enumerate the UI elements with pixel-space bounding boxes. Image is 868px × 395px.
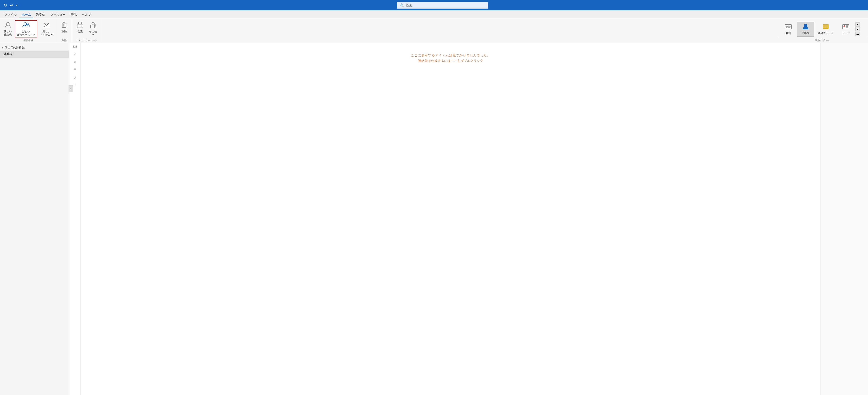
other-label: その他▾ [89,30,97,36]
ribbon-group-new: 新しい連絡先 新しい連絡先グループ [0,19,56,43]
main-area: ‹ ∨ 個人用の連絡先 連絡先 123 ア カ サ タ ナ ここに表示するアイテ… [0,43,868,395]
meishi-label: 名刺 [785,31,791,35]
menu-bar: ファイル ホーム 送受信 フォルダー 表示 ヘルプ [0,10,868,18]
menu-item-home[interactable]: ホーム [19,11,33,18]
new-contact-group-label: 新しい連絡先グループ [17,30,35,37]
new-contact-icon [4,22,11,30]
empty-message: ここに表示するアイテムは見つかりませんでした。 [411,52,491,59]
alpha-ka[interactable]: カ [70,60,80,64]
undo-icon[interactable]: ↩ [10,3,13,8]
svg-point-16 [80,26,81,27]
delete-button[interactable]: 削除 [58,20,70,34]
card-label: 連絡先カード [818,31,834,35]
svg-rect-27 [823,25,828,28]
search-input[interactable] [406,3,485,7]
view-card-button[interactable]: 連絡先カード [814,22,837,37]
search-box[interactable]: 🔍 [397,2,488,9]
meeting-button[interactable]: 会議 [74,20,86,34]
quick-access-icon[interactable]: ▾ [16,3,18,7]
svg-point-18 [92,22,94,25]
other-icon [90,22,97,30]
empty-sub-message[interactable]: 連絡先を作成するにはここをダブルクリック [418,59,483,63]
new-contact-button[interactable]: 新しい連絡先 [2,20,14,37]
new-item-button[interactable]: 新しいアイテム ▾ [38,20,55,37]
sidebar-collapse-icon: ∨ [2,46,4,49]
content-main[interactable]: ここに表示するアイテムは見つかりませんでした。 連絡先を作成するにはここをダブル… [81,43,820,395]
card2-label: カード [842,31,850,35]
svg-point-17 [81,26,82,27]
meeting-label: 会議 [78,30,83,33]
alpha-ta[interactable]: タ [70,75,80,80]
view-scroll-more[interactable]: ▬ [856,32,860,36]
menu-item-send[interactable]: 送受信 [33,11,48,18]
view-scroll-up[interactable]: ▲ [856,22,860,27]
ribbon-delete-buttons: 削除 [58,20,70,38]
other-button[interactable]: その他▾ [87,20,99,37]
new-item-label: 新しいアイテム ▾ [40,30,53,36]
ribbon-group-delete: 削除 削除 [56,19,72,43]
content-right-panel [820,43,868,395]
renrakusaki-label: 連絡先 [802,31,809,35]
menu-item-folder[interactable]: フォルダー [48,11,68,18]
ribbon-delete-group-label: 削除 [62,38,67,43]
ribbon-comm-group-label: コミュニケーション [76,38,97,43]
svg-rect-30 [843,25,849,29]
new-contact-group-button[interactable]: 新しい連絡先グループ [15,20,37,38]
alpha-a[interactable]: ア [70,52,80,56]
svg-point-31 [843,25,845,27]
meishi-icon [784,23,792,31]
ribbon-group-comm: 会議 その他▾ コミュニケーション [72,19,101,43]
sidebar-section-header[interactable]: ∨ 個人用の連絡先 [0,45,69,51]
ribbon: 新しい連絡先 新しい連絡先グループ [0,18,868,43]
renrakusaki-icon [802,23,809,31]
svg-rect-19 [90,25,94,28]
delete-icon [61,22,67,30]
ribbon-new-group-label: 新規作成 [24,38,33,43]
view-scroll-down[interactable]: ▼ [856,27,860,31]
card2-icon [842,23,849,31]
new-item-icon [43,22,50,30]
meeting-icon [76,22,84,30]
view-renrakusaki-button[interactable]: 連絡先 [797,22,814,37]
delete-label: 削除 [62,30,67,33]
new-contact-label: 新しい連絡先 [4,30,12,36]
view-meishi-button[interactable]: 名刺 [779,22,797,37]
ribbon-comm-buttons: 会議 その他▾ [74,20,99,38]
alphabet-nav: 123 ア カ サ タ ナ [69,43,81,395]
sidebar: ∨ 個人用の連絡先 連絡先 [0,43,69,395]
sidebar-collapse-button[interactable]: ‹ [68,85,73,92]
svg-point-21 [785,26,788,28]
sidebar-item-contacts[interactable]: 連絡先 [0,51,69,58]
ribbon-group-view: 名刺 連絡先 [777,19,868,43]
svg-rect-12 [77,23,83,28]
menu-item-file[interactable]: ファイル [2,11,19,18]
new-contact-group-icon [22,22,30,30]
title-bar: ↻ ↩ ▾ 🔍 [0,0,868,10]
refresh-icon[interactable]: ↻ [3,3,7,8]
menu-item-help[interactable]: ヘルプ [80,11,94,18]
content-area: 123 ア カ サ タ ナ ここに表示するアイテムは見つかりませんでした。 連絡… [69,43,868,395]
view-card2-button[interactable]: カード [837,22,855,37]
menu-item-view[interactable]: 表示 [68,11,80,18]
ribbon-new-buttons: 新しい連絡先 新しい連絡先グループ [2,20,55,38]
alpha-sa[interactable]: サ [70,68,80,71]
sidebar-section-label: 個人用の連絡先 [5,46,25,50]
view-group-label: 現在のビュー [779,38,866,43]
alpha-123[interactable]: 123 [70,45,80,48]
card-icon [822,23,829,31]
search-icon: 🔍 [400,3,404,7]
